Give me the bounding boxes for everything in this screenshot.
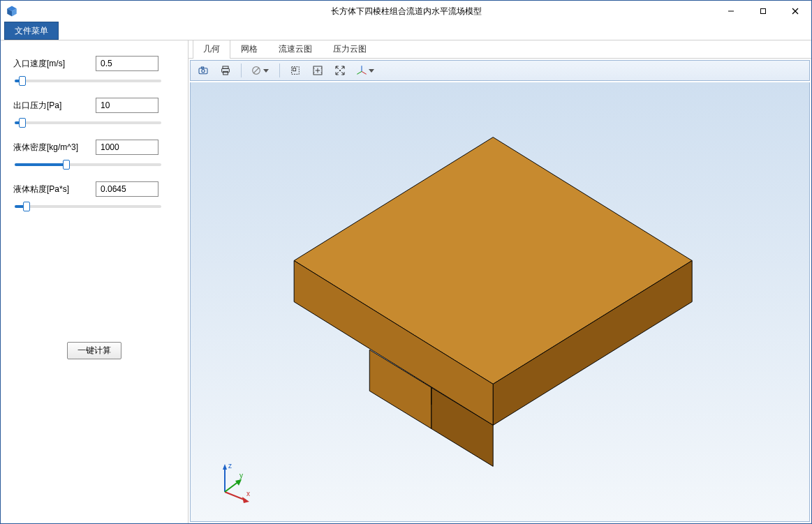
svg-rect-7 bbox=[199, 68, 207, 74]
svg-marker-29 bbox=[223, 464, 227, 470]
chevron-down-icon bbox=[369, 69, 374, 73]
file-menu[interactable]: 文件菜单 bbox=[4, 22, 59, 40]
rotate-button[interactable] bbox=[330, 62, 350, 79]
svg-line-32 bbox=[225, 481, 239, 492]
outlet-pressure-slider[interactable] bbox=[15, 116, 161, 130]
content: 几何 网格 流速云图 压力云图 bbox=[189, 40, 811, 523]
viewport-toolbar bbox=[190, 60, 810, 81]
sidebar: 入口速度[m/s] 出口压力[Pa] 液体密度[kg/m^3] bbox=[1, 40, 189, 523]
menubar: 文件菜单 bbox=[1, 22, 811, 40]
param-label: 液体密度[kg/m^3] bbox=[13, 142, 90, 154]
density-slider[interactable] bbox=[15, 158, 161, 172]
svg-line-21 bbox=[357, 71, 362, 74]
close-button[interactable] bbox=[779, 1, 811, 22]
param-label: 出口压力[Pa] bbox=[13, 100, 90, 112]
param-outlet-pressure: 出口压力[Pa] bbox=[13, 98, 175, 113]
window-title: 长方体下四棱柱组合流道内水平流场模型 bbox=[1, 6, 811, 17]
compute-button[interactable]: 一键计算 bbox=[67, 342, 121, 359]
maximize-button[interactable] bbox=[747, 1, 779, 22]
svg-rect-16 bbox=[293, 68, 296, 71]
outlet-pressure-input[interactable] bbox=[96, 98, 158, 113]
svg-point-18 bbox=[339, 70, 341, 71]
snapshot-button[interactable] bbox=[193, 62, 213, 79]
density-input[interactable] bbox=[96, 140, 158, 155]
svg-marker-31 bbox=[242, 497, 249, 503]
viscosity-input[interactable] bbox=[96, 181, 158, 197]
toolbar-separator bbox=[241, 63, 242, 77]
viscosity-slider[interactable] bbox=[15, 200, 161, 214]
tab-velocity-cloud[interactable]: 流速云图 bbox=[268, 40, 323, 59]
chevron-down-icon bbox=[263, 69, 269, 73]
svg-line-14 bbox=[253, 68, 259, 73]
svg-marker-22 bbox=[294, 137, 692, 384]
svg-rect-4 bbox=[761, 9, 766, 14]
svg-line-30 bbox=[225, 492, 246, 500]
svg-line-20 bbox=[362, 71, 367, 74]
inlet-velocity-slider[interactable] bbox=[15, 74, 161, 88]
app-icon bbox=[5, 4, 19, 18]
axis-z-label: z bbox=[228, 462, 232, 470]
axis-x-label: x bbox=[246, 490, 250, 497]
toolbar-separator bbox=[279, 63, 280, 77]
minimize-button[interactable] bbox=[715, 1, 747, 22]
svg-point-8 bbox=[202, 70, 205, 73]
tab-mesh[interactable]: 网格 bbox=[230, 40, 268, 59]
tab-pressure-cloud[interactable]: 压力云图 bbox=[323, 40, 377, 59]
axis-triad: z x y bbox=[207, 457, 256, 506]
svg-rect-12 bbox=[223, 71, 228, 75]
hide-dropdown[interactable] bbox=[247, 62, 274, 79]
viewport-3d[interactable]: z x y bbox=[190, 82, 810, 522]
inlet-velocity-input[interactable] bbox=[96, 56, 158, 71]
axis-y-label: y bbox=[239, 472, 243, 479]
zoom-box-button[interactable] bbox=[286, 62, 305, 79]
window-controls bbox=[715, 1, 811, 22]
svg-rect-9 bbox=[201, 67, 203, 68]
tabs: 几何 网格 流速云图 压力云图 bbox=[189, 40, 811, 59]
tab-geometry[interactable]: 几何 bbox=[193, 40, 230, 59]
titlebar: 长方体下四棱柱组合流道内水平流场模型 bbox=[1, 1, 811, 22]
param-density: 液体密度[kg/m^3] bbox=[13, 140, 175, 155]
param-label: 入口速度[m/s] bbox=[13, 58, 90, 70]
zoom-fit-button[interactable] bbox=[308, 62, 327, 79]
param-viscosity: 液体粘度[Pa*s] bbox=[13, 181, 175, 197]
geometry-model bbox=[191, 82, 809, 521]
param-label: 液体粘度[Pa*s] bbox=[13, 184, 90, 195]
param-inlet-velocity: 入口速度[m/s] bbox=[13, 56, 175, 71]
print-button[interactable] bbox=[216, 62, 235, 79]
axes-dropdown[interactable] bbox=[353, 62, 379, 79]
